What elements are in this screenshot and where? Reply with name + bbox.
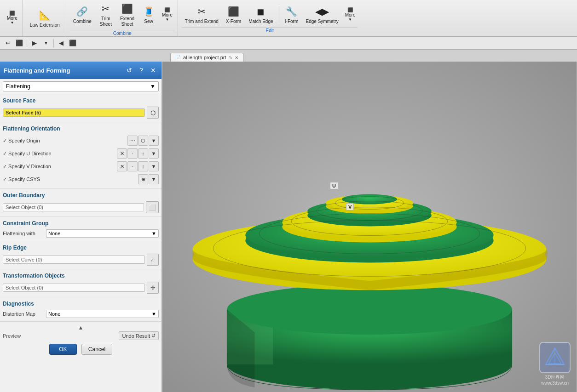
rip-edge-section: Rip Edge Select Curve (0) ⟋ <box>0 241 162 269</box>
v-direction-btn-group: ✕ · ↑ ▼ <box>117 161 159 171</box>
select-curve-btn[interactable]: ⟋ <box>147 254 159 266</box>
edit-separator <box>279 6 279 23</box>
preview-label: Preview <box>3 333 21 339</box>
cancel-button[interactable]: Cancel <box>81 344 112 355</box>
flattening-orientation-title: Flattening Orientation <box>3 125 159 133</box>
panel-header-icons: ↺ ? ✕ <box>125 66 158 75</box>
combine-more-button[interactable]: ⬛ More ▼ <box>160 6 175 24</box>
edge-symmetry-button[interactable]: ◀▶ Edge Symmetry <box>303 3 342 26</box>
tab-modified-icon: ✎ <box>229 55 232 60</box>
edge-symmetry-icon: ◀▶ <box>316 5 329 18</box>
trim-extend-button[interactable]: ✂ Trim and Extend <box>182 3 222 26</box>
source-face-row: Select Face (5) ⬡ <box>3 107 159 119</box>
trim-extend-icon: ✂ <box>195 5 208 18</box>
u-label: U <box>330 182 338 189</box>
csys-btn-group: ⊕ ▼ <box>138 174 159 184</box>
distortion-label: Distortion Map <box>3 311 44 317</box>
v-dir-arrow-btn[interactable]: ▼ <box>149 161 159 171</box>
sub-btn-6[interactable]: ⬛ <box>68 38 78 48</box>
x-form-button[interactable]: ⬛ X-Form <box>223 3 244 26</box>
law-extension-button[interactable]: 📐 Law Extension <box>27 7 63 30</box>
combine-icon: 🔗 <box>76 5 89 18</box>
u-dir-arrow-btn[interactable]: ▼ <box>149 148 159 159</box>
csys-icon-btn[interactable]: ⊕ <box>138 174 148 184</box>
combine-button[interactable]: 🔗 Combine <box>70 3 95 26</box>
watermark-text: 3D世界网www.3dsw.cn <box>541 374 569 386</box>
u-dir-x-btn[interactable]: ✕ <box>117 148 127 159</box>
left-panel: Flattening and Forming ↺ ? ✕ Flattening … <box>0 62 162 392</box>
3d-viewport-svg <box>162 62 577 392</box>
tab-close-btn[interactable]: ✕ <box>235 55 238 60</box>
combine-more-arrow: ▼ <box>165 17 169 22</box>
ok-button[interactable]: OK <box>49 344 77 355</box>
v-dir-dot-btn[interactable]: · <box>127 161 138 171</box>
select-face-input[interactable]: Select Face (5) <box>3 108 145 117</box>
combine-group: 🔗 Combine ✂ TrimSheet ⬛ ExtendSheet 🧵 Se… <box>67 0 178 36</box>
origin-dots-btn[interactable]: ⋯ <box>127 136 138 146</box>
more-group-1: ⬛ More ▼ <box>2 0 23 36</box>
select-object-outer-btn[interactable]: ⬜ <box>146 201 159 213</box>
panel-bottom: ▲ Preview Undo Result ↺ OK Cancel <box>0 322 162 358</box>
select-object-trans-input[interactable]: Select Object (0) <box>3 284 145 292</box>
origin-icon-btn[interactable]: ⬡ <box>138 136 148 146</box>
constraint-label: Flattening with <box>3 231 44 236</box>
v-dir-up-btn[interactable]: ↑ <box>138 161 148 171</box>
panel-dropdown: Flattening ▼ <box>0 79 162 94</box>
edit-more-button[interactable]: ⬛ More ▼ <box>343 6 358 24</box>
distortion-select[interactable]: None ▼ <box>46 310 159 318</box>
edit-more-label: More <box>345 12 356 17</box>
transformation-objects-row: Select Object (0) ✛ <box>3 282 159 294</box>
outer-boundary-title: Outer Boundary <box>3 191 159 199</box>
origin-arrow-btn[interactable]: ▼ <box>149 136 159 146</box>
extend-sheet-icon: ⬛ <box>121 2 133 15</box>
combine-group-label: Combine <box>70 30 175 36</box>
more-icon-1: ⬛ <box>9 11 15 16</box>
extend-sheet-button[interactable]: ⬛ ExtendSheet <box>117 0 138 29</box>
transformation-objects-section: Transformation Objects Select Object (0)… <box>0 269 162 297</box>
action-buttons: OK Cancel <box>3 342 159 357</box>
sub-btn-5[interactable]: ◀ <box>56 38 66 48</box>
dropdown-value: Flattening <box>6 83 30 90</box>
distortion-arrow: ▼ <box>151 311 156 317</box>
select-face-btn[interactable]: ⬡ <box>147 107 159 119</box>
trim-sheet-button[interactable]: ✂ TrimSheet <box>96 0 116 29</box>
specify-csys-row: ✓ Specify CSYS ⊕ ▼ <box>3 173 159 185</box>
dropdown-select[interactable]: Flattening ▼ <box>3 81 159 91</box>
file-tab[interactable]: 📄 al length project.prt ✎ ✕ <box>170 53 243 62</box>
match-edge-button[interactable]: ◼ Match Edge <box>245 3 276 26</box>
help-icon[interactable]: ? <box>137 66 146 75</box>
undo-result-btn[interactable]: Undo Result ↺ <box>119 331 159 340</box>
u-direction-btn-group: ✕ · ↑ ▼ <box>117 148 159 159</box>
select-object-outer-input[interactable]: Select Object (0) <box>3 203 144 211</box>
x-form-icon: ⬛ <box>227 5 240 18</box>
close-icon[interactable]: ✕ <box>149 66 158 75</box>
csys-arrow-btn[interactable]: ▼ <box>149 174 159 184</box>
select-object-trans-btn[interactable]: ✛ <box>147 282 159 294</box>
more-arrow-1: ▼ <box>10 21 14 25</box>
v-dir-x-btn[interactable]: ✕ <box>117 161 127 171</box>
law-extension-group: 📐 Law Extension <box>24 0 66 36</box>
u-dir-up-btn[interactable]: ↑ <box>138 148 148 159</box>
constraint-arrow: ▼ <box>151 231 156 236</box>
tab-icon: 📄 <box>175 55 181 60</box>
combine-more-icon: ⬛ <box>164 7 170 12</box>
u-dir-dot-btn[interactable]: · <box>127 148 138 159</box>
sub-btn-2[interactable]: ⬛ <box>14 38 24 48</box>
viewport[interactable]: U V 3D世界网www.3dsw.cn <box>162 62 577 392</box>
edit-group-label: Edit <box>182 27 358 33</box>
sub-btn-3[interactable]: ▶ <box>29 38 40 48</box>
scroll-up-btn[interactable]: ▲ <box>3 324 159 331</box>
constraint-select[interactable]: None ▼ <box>46 229 159 238</box>
main-toolbar: ⬛ More ▼ 📐 Law Extension 🔗 Combine ✂ Tri… <box>0 0 577 37</box>
undo-btn[interactable]: ↩ <box>3 38 13 48</box>
select-curve-input[interactable]: Select Curve (0) <box>3 256 145 264</box>
match-edge-icon: ◼ <box>254 5 267 18</box>
rip-edge-row: Select Curve (0) ⟋ <box>3 254 159 266</box>
sew-button[interactable]: 🧵 Sew <box>138 3 159 26</box>
more-button-1[interactable]: ⬛ More ▼ <box>5 9 20 27</box>
sub-btn-4[interactable]: ▼ <box>41 38 51 48</box>
panel-title: Flattening and Forming <box>4 67 70 74</box>
reset-icon[interactable]: ↺ <box>125 66 134 75</box>
i-form-button[interactable]: 🔧 I-Form <box>282 3 302 26</box>
sub-divider-2 <box>53 39 54 47</box>
